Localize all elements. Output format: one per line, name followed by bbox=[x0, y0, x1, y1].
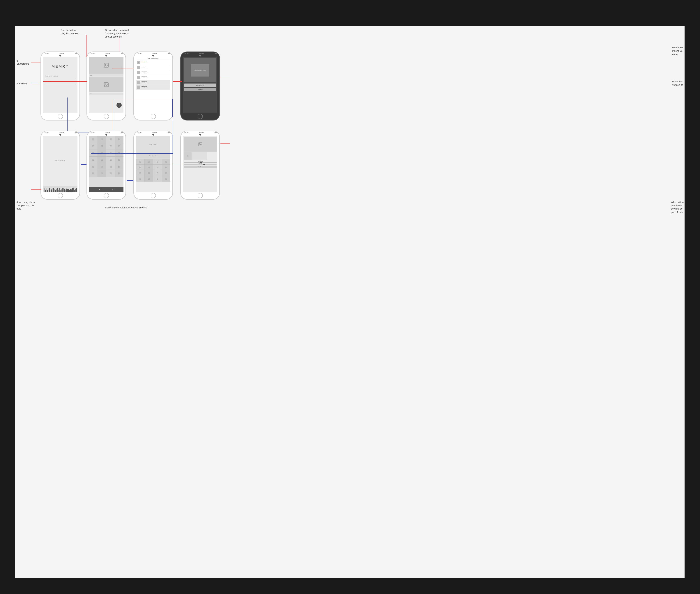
phone6-toolbar: ✕ ✓ bbox=[89, 187, 124, 192]
grid-cell[interactable]: 🖼 bbox=[115, 157, 124, 163]
phone8-saturation-slider[interactable] bbox=[184, 162, 217, 163]
grid-cell[interactable]: 🖼 bbox=[145, 176, 153, 182]
song1-thumb: 🖼 bbox=[137, 61, 140, 64]
grid-cell[interactable]: 🖼 bbox=[153, 159, 162, 164]
grid-cell[interactable]: 🖼 bbox=[89, 157, 98, 163]
phone8-stabilize-btn[interactable]: Stabilize bbox=[184, 166, 217, 168]
grid-cell[interactable]: 🖼 bbox=[145, 165, 153, 170]
phone7-home-btn[interactable] bbox=[151, 193, 156, 198]
phone4-home-btn[interactable] bbox=[198, 114, 203, 119]
phone8-battery: 100% bbox=[214, 132, 217, 133]
grid-cell[interactable]: 🖼 bbox=[115, 150, 124, 156]
song2-title: SONG TITLE bbox=[141, 66, 148, 67]
grid-cell[interactable]: 🖼 bbox=[153, 170, 162, 176]
grid-cell[interactable]: 🖼 bbox=[106, 157, 115, 163]
grid-cell[interactable]: 🖼 bbox=[106, 170, 115, 177]
grid-cell[interactable]: 🖼 bbox=[145, 170, 153, 176]
phone1-home-btn[interactable] bbox=[58, 114, 63, 119]
song-row-1[interactable]: 🖼 SONG TITLEBand / Artist name bbox=[136, 60, 170, 65]
svg-rect-2 bbox=[104, 82, 108, 87]
phone1-status-bar: ... TREBLE 5:00 PM 100% bbox=[41, 52, 79, 54]
phone6-confirm-icon[interactable]: ✓ bbox=[112, 188, 114, 191]
song-row-2[interactable]: SONG TITLEBand / Artist name bbox=[136, 65, 170, 70]
saturation-thumb[interactable] bbox=[200, 162, 202, 163]
grid-cell[interactable]: 🖼 bbox=[153, 165, 162, 170]
phone4-audio-timing: Select Audio Timing bbox=[191, 64, 210, 76]
grid-cell[interactable]: 🖼 bbox=[98, 136, 106, 143]
grid-cell[interactable]: 🖼 bbox=[145, 159, 153, 164]
phone4-pre-cut-btn[interactable]: Pre Cut bbox=[184, 88, 216, 91]
grid-cell[interactable]: 🖼 bbox=[106, 150, 115, 156]
phone1-username-field[interactable]: Username or Email bbox=[45, 74, 75, 78]
grid-cell[interactable]: 🖼 bbox=[136, 165, 145, 170]
grid-cell[interactable]: 🖼 bbox=[98, 143, 106, 150]
song4-title: SONG TITLE bbox=[141, 76, 148, 77]
phone6-status-bar: ... TREBLE 5:00 PM 100% bbox=[87, 131, 126, 133]
phone5-screen: Tap to create cuts bbox=[43, 136, 77, 192]
phone5-home-btn[interactable] bbox=[58, 193, 63, 198]
grid-cell[interactable]: 🖼 bbox=[106, 163, 115, 170]
grid-cell[interactable]: 🖼 bbox=[115, 143, 124, 150]
song3-title: SONG TITLE bbox=[141, 71, 148, 72]
song-row-4[interactable]: SONG TITLEBand / Artist name bbox=[136, 75, 170, 80]
phone2-time: 5:00 PM bbox=[106, 53, 110, 54]
phone7-camera bbox=[152, 134, 154, 136]
grid-cell[interactable]: 🖼 bbox=[89, 163, 98, 170]
grid-cell[interactable]: 🖼 bbox=[136, 170, 145, 176]
song-row-5[interactable]: SONG TITLEBand / Artist name bbox=[136, 80, 170, 85]
phone-8: ... TREBLE 5:00 PM 100% 🖼 Saturation Spe… bbox=[180, 131, 220, 200]
song2-thumb bbox=[137, 66, 140, 69]
grid-cell[interactable]: 🖼 bbox=[89, 170, 98, 177]
phone8-speed-slider[interactable] bbox=[184, 164, 217, 165]
grid-cell[interactable]: 🖼 bbox=[98, 170, 106, 177]
phone3-home-btn[interactable] bbox=[151, 114, 156, 119]
phone8-home-btn[interactable] bbox=[198, 193, 203, 198]
grid-cell[interactable]: 🖼 bbox=[98, 150, 106, 156]
grid-cell[interactable]: 🖼 bbox=[162, 159, 170, 164]
phone4-create-cuts-btn[interactable]: Create Cuts bbox=[184, 84, 216, 87]
phone5-time: 5:00 PM bbox=[60, 132, 64, 133]
phone7-timeline-label-area: Time line editor bbox=[136, 153, 170, 159]
grid-cell[interactable]: 🖼 bbox=[115, 163, 124, 170]
grid-cell[interactable]: 🖼 bbox=[98, 163, 106, 170]
phone8-saturation-label: Saturation bbox=[184, 161, 217, 162]
blue-h-line-2 bbox=[91, 153, 172, 154]
phone6-home-btn[interactable] bbox=[104, 193, 109, 198]
phone1-screen: MEMRY Username or Email Password bbox=[43, 57, 77, 113]
speed-thumb[interactable] bbox=[203, 164, 205, 165]
song-row-3[interactable]: SONG TITLEBand / Artist name bbox=[136, 70, 170, 75]
phone6-screen: 🖼 🖼 🖼 🖼 🖼 🖼 🖼 🖼 🖼 🖼 🖼 🖼 🖼 🖼 🖼 🖼 bbox=[89, 136, 124, 192]
phone3-screen: Select Audio Timing 🖼 SONG TITLEBand / A… bbox=[136, 57, 170, 113]
song1-artist: Band / Artist name bbox=[141, 63, 148, 63]
phone2-title-bar2: title bbox=[89, 93, 124, 95]
phone6-cancel-icon[interactable]: ✕ bbox=[99, 188, 100, 191]
grid-cell[interactable]: 🖼 bbox=[162, 176, 170, 182]
annotation-slide: Slide to seof song yoto use bbox=[671, 46, 683, 56]
phone2-home-btn[interactable] bbox=[104, 114, 109, 119]
grid-cell[interactable]: 🖼 bbox=[106, 143, 115, 150]
grid-cell[interactable]: 🖼 bbox=[153, 176, 162, 182]
song3-thumb bbox=[137, 71, 140, 74]
phone6-photo-grid: 🖼 🖼 🖼 🖼 🖼 🖼 🖼 🖼 🖼 🖼 🖼 🖼 🖼 🖼 🖼 🖼 bbox=[89, 136, 124, 177]
grid-cell[interactable]: 🖼 bbox=[115, 136, 124, 143]
grid-cell[interactable]: 🖼 bbox=[89, 150, 98, 156]
grid-cell[interactable]: 🖼 bbox=[115, 170, 124, 177]
svg-point-1 bbox=[105, 64, 106, 65]
red-arrow-p8 bbox=[220, 143, 230, 144]
grid-cell[interactable]: 🖼 bbox=[162, 170, 170, 176]
grid-cell[interactable]: 🖼 bbox=[106, 136, 115, 143]
grid-cell[interactable]: 🖼 bbox=[162, 165, 170, 170]
grid-cell[interactable]: 🖼 bbox=[98, 157, 106, 163]
phone5-battery: 100% bbox=[74, 132, 77, 133]
grid-cell[interactable]: 🖼 bbox=[89, 143, 98, 150]
song-row-6[interactable]: SONG TITLEBand / Artist name bbox=[136, 85, 170, 90]
grid-cell[interactable]: 🖼 bbox=[136, 176, 145, 182]
phone1-password-field[interactable]: Password bbox=[45, 80, 75, 84]
grid-cell[interactable]: 🖼 bbox=[136, 159, 145, 164]
phone1-signal: ... TREBLE bbox=[43, 53, 49, 54]
phone2-signal: ... TREBLE bbox=[89, 53, 95, 54]
grid-cell[interactable]: 🖼 bbox=[89, 136, 98, 143]
phone2-add-btn[interactable]: + bbox=[117, 103, 122, 108]
phone3-battery: 100% bbox=[167, 53, 170, 54]
phone1-app-title: MEMRY bbox=[43, 57, 77, 69]
